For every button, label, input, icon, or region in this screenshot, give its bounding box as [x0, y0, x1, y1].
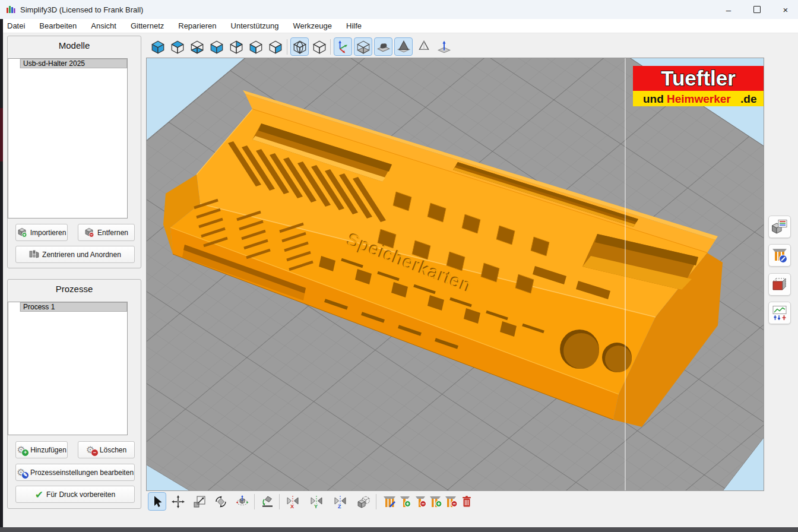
edit-process-settings-button[interactable]: ⚙✎ Prozesseinstellungen bearbeiten	[15, 464, 135, 481]
view-bottom-button[interactable]	[188, 37, 206, 56]
gear-plus-icon: ⚙+	[17, 445, 27, 455]
prepare-print-button[interactable]: ✔ Für Druck vorbereiten	[15, 486, 135, 503]
show-surface-normals-button[interactable]	[435, 37, 453, 56]
tueftler-logo: Tueftler und Heimwerker .de	[633, 66, 764, 106]
view-top-button[interactable]	[168, 37, 186, 56]
menu-unterstuetzung[interactable]: Unterstützung	[224, 19, 286, 33]
rotate-icon	[214, 495, 228, 509]
viewport-3d[interactable]: Speicherkarten Speicherkarten Tueftler u…	[146, 58, 764, 491]
view-right-button[interactable]	[266, 37, 284, 56]
mirror-y-icon: Y	[309, 495, 324, 509]
support-generation-button[interactable]	[768, 244, 791, 267]
mirror-x-icon: X	[286, 495, 300, 509]
move-tool-button[interactable]	[169, 492, 187, 511]
svg-text:X: X	[290, 504, 294, 509]
mirror-x-button[interactable]: X	[283, 492, 302, 511]
import-button[interactable]: Importieren	[15, 224, 68, 241]
add-process-button[interactable]: ⚙+ Hinzufügen	[15, 441, 68, 458]
menu-ansicht[interactable]: Ansicht	[84, 19, 124, 33]
delete-supports-button[interactable]	[457, 492, 476, 511]
menu-hilfe[interactable]: Hilfe	[339, 19, 369, 33]
rotate-tool-button[interactable]	[211, 492, 230, 511]
model-item-label: Usb-sd-Halter 2025	[20, 59, 127, 68]
delete-process-label: Löschen	[100, 446, 126, 454]
show-platform-button[interactable]	[374, 37, 392, 56]
show-wireframe-button[interactable]	[414, 37, 433, 56]
scene-3d: Speicherkarten Speicherkarten Tueftler u…	[147, 58, 764, 490]
maximize-button[interactable]	[747, 1, 767, 18]
model-list-item[interactable]: Usb-sd-Halter 2025	[8, 59, 127, 68]
simplify3d-window: Simplify3D (Licensed to Frank Brall) – ×…	[0, 0, 798, 532]
prepare-print-label: Für Druck vorbereiten	[46, 490, 115, 499]
orbit-icon	[235, 495, 249, 509]
svg-text:Z: Z	[338, 504, 341, 509]
window-title: Simplify3D (Licensed to Frank Brall)	[20, 5, 143, 14]
cursor-icon	[150, 495, 164, 509]
show-axes-button[interactable]	[334, 37, 352, 56]
process-list-item[interactable]: Process 1	[8, 302, 127, 312]
place-on-bed-icon	[260, 495, 274, 509]
cube-minus-icon	[84, 227, 94, 238]
rotate-3d-tool-button[interactable]	[233, 492, 251, 511]
processes-panel-title: Prozesse	[8, 280, 141, 294]
select-tool-button[interactable]	[148, 492, 166, 511]
support-plus-icon	[398, 495, 412, 509]
orthographic-button[interactable]	[310, 37, 328, 56]
scale-tool-button[interactable]	[190, 492, 208, 511]
maximize-icon	[753, 6, 761, 13]
close-button[interactable]: ×	[775, 1, 796, 18]
center-arrange-button[interactable]: Zentrieren und Anordnen	[15, 246, 135, 263]
processes-list[interactable]: Process 1	[8, 302, 128, 435]
delete-process-button[interactable]: ⚙− Löschen	[78, 441, 135, 458]
minimize-button[interactable]: –	[718, 1, 739, 18]
view-iso-button[interactable]	[148, 37, 167, 56]
process-item-label: Process 1	[20, 302, 127, 312]
mirror-z-icon: Z	[333, 495, 347, 509]
show-solid-model-button[interactable]	[394, 37, 413, 56]
arrange-blocks-icon	[29, 250, 39, 259]
remove-button[interactable]: Entfernen	[78, 224, 135, 241]
duplicate-cube-icon	[357, 495, 371, 509]
menu-bearbeiten[interactable]: Bearbeiten	[32, 19, 84, 33]
machine-control-icon	[771, 305, 788, 321]
view-back-button[interactable]	[227, 37, 245, 56]
menu-bar: Datei Bearbeiten Ansicht Gitternetz Repa…	[0, 19, 798, 33]
view-front-button[interactable]	[207, 37, 226, 56]
center-arrange-label: Zentrieren und Anordnen	[42, 251, 121, 259]
app-icon	[6, 5, 15, 14]
model-properties-icon	[771, 218, 788, 235]
cube-plus-icon	[17, 227, 27, 238]
import-button-label: Importieren	[30, 229, 66, 237]
logo-und: und	[643, 93, 664, 105]
place-on-bed-button[interactable]	[258, 492, 276, 511]
menu-reparieren[interactable]: Reparieren	[171, 19, 223, 33]
cross-section-button[interactable]	[768, 273, 791, 296]
perspective-button[interactable]	[290, 37, 309, 56]
duplicate-model-button[interactable]	[354, 492, 373, 511]
machine-control-button[interactable]	[768, 302, 791, 324]
gear-edit-icon: ⚙✎	[17, 467, 27, 478]
menu-gitternetz[interactable]: Gitternetz	[124, 19, 171, 33]
models-list[interactable]: Usb-sd-Halter 2025	[8, 58, 128, 218]
model-properties-button[interactable]	[768, 216, 791, 238]
supports-edit-icon	[382, 495, 397, 509]
gear-minus-icon: ⚙−	[86, 445, 97, 455]
menu-werkzeuge[interactable]: Werkzeuge	[286, 19, 340, 33]
trash-icon	[460, 495, 474, 509]
logo-de: .de	[740, 93, 756, 105]
view-left-button[interactable]	[246, 37, 265, 56]
process-item-gutter	[8, 302, 20, 312]
model-item-gutter	[8, 59, 20, 68]
cross-section-icon	[771, 276, 788, 293]
taskbar-edge	[0, 527, 798, 532]
support-minus-icon	[413, 495, 428, 509]
scale-icon	[192, 495, 207, 509]
mirror-y-button[interactable]: Y	[307, 492, 325, 511]
support-generation-icon	[771, 247, 788, 264]
show-build-volume-button[interactable]	[354, 37, 372, 56]
models-panel-title: Modelle	[8, 36, 141, 50]
menu-datei[interactable]: Datei	[0, 19, 32, 33]
logo-line1: Tueftler	[661, 66, 736, 90]
checkmark-icon: ✔	[35, 489, 43, 501]
mirror-z-button[interactable]: Z	[331, 492, 349, 511]
